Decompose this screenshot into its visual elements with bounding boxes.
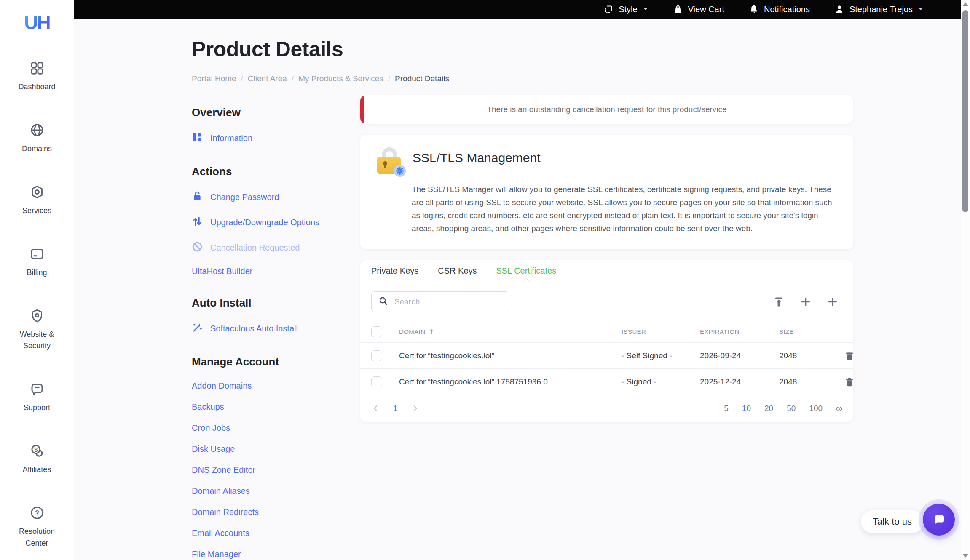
trash-icon <box>844 376 855 387</box>
svg-text:$: $ <box>34 446 38 453</box>
backups-link[interactable]: Backups <box>192 402 356 412</box>
sidebar-item-label: Resolution Center <box>8 526 67 549</box>
scrollbar-thumb[interactable] <box>962 10 968 212</box>
sidebar-item-label: Domains <box>22 143 52 155</box>
main-content: Product Details Portal Home / Client Are… <box>74 19 961 560</box>
information-link[interactable]: Information <box>192 132 356 145</box>
bell-icon <box>749 4 759 14</box>
column-header-size[interactable]: SIZE <box>779 328 842 335</box>
cell-domain: Cert for “testingcookies.lol” <box>399 351 622 360</box>
cell-size: 2048 <box>779 351 842 360</box>
addon-domains-link[interactable]: Addon Domains <box>192 381 356 391</box>
page-size-10[interactable]: 10 <box>742 404 751 413</box>
domain-aliases-link[interactable]: Domain Aliases <box>192 486 356 496</box>
page-size-unlimited[interactable]: ∞ <box>836 403 842 413</box>
email-accounts-link[interactable]: Email Accounts <box>192 528 356 538</box>
change-password-link[interactable]: Change Password <box>192 191 356 204</box>
ssl-tls-card: SSL/TLS Management The SSL/TLS Manager w… <box>360 135 853 249</box>
certificates-table: DOMAIN ISSUER EXPIRATION SIZE Cert for “… <box>360 321 853 422</box>
chat-launcher-button[interactable] <box>923 504 955 536</box>
app-root: UH Dashboard Domains Services <box>0 0 970 560</box>
sidebar-item-resolution-center[interactable]: ? Resolution Center <box>8 505 67 549</box>
breadcrumb-my-products[interactable]: My Products & Services <box>298 74 383 83</box>
domain-redirects-link[interactable]: Domain Redirects <box>192 507 356 517</box>
next-page-button[interactable] <box>410 404 420 413</box>
column-header-expiration[interactable]: EXPIRATION <box>700 328 779 335</box>
cart-icon <box>673 4 683 14</box>
cell-expiration: 2025-12-24 <box>700 377 779 387</box>
page-size-20[interactable]: 20 <box>764 404 773 413</box>
sidebar-item-billing[interactable]: Billing <box>8 246 67 279</box>
dns-zone-editor-link[interactable]: DNS Zone Editor <box>192 465 356 475</box>
sort-ascending-icon <box>428 328 435 336</box>
delete-certificate-button[interactable] <box>842 349 857 363</box>
chat-square-icon <box>29 381 45 398</box>
user-menu[interactable]: Stephanie Trejos <box>834 4 924 14</box>
page-scrollbar[interactable] <box>961 0 970 560</box>
sidebar-item-label: Dashboard <box>18 81 55 93</box>
scrollbar-down-arrow[interactable] <box>962 554 968 558</box>
style-menu[interactable]: Style <box>603 4 648 14</box>
scrollbar-up-arrow[interactable] <box>962 2 968 6</box>
actions-heading: Actions <box>192 165 356 178</box>
lock-icon <box>192 191 203 204</box>
cell-issuer: - Self Signed - <box>622 351 700 360</box>
previous-page-button[interactable] <box>371 404 380 413</box>
table-toolbar <box>772 295 842 309</box>
sidebar-item-services[interactable]: Services <box>8 184 67 217</box>
view-cart-button[interactable]: View Cart <box>673 4 724 14</box>
upgrade-downgrade-link[interactable]: Upgrade/Downgrade Options <box>192 216 356 229</box>
topbar: Style View Cart Notifications Stephanie … <box>74 0 961 19</box>
tab-csr-keys[interactable]: CSR Keys <box>438 260 477 282</box>
sidebar-item-website-security[interactable]: Website & Security <box>8 308 67 352</box>
breadcrumb-client-area[interactable]: Client Area <box>248 74 287 83</box>
sidebar-item-dashboard[interactable]: Dashboard <box>8 61 67 93</box>
add-button-2[interactable] <box>825 295 840 309</box>
page-size-100[interactable]: 100 <box>809 404 823 413</box>
ultahost-builder-link[interactable]: UltaHost Builder <box>192 267 356 276</box>
search-input[interactable] <box>394 297 502 307</box>
ultahost-logo[interactable]: UH <box>24 11 49 34</box>
page-title: Product Details <box>192 37 343 61</box>
row-checkbox[interactable] <box>371 350 382 361</box>
table-row: Cert for “testingcookies.lol” - Self Sig… <box>360 343 853 369</box>
file-manager-link[interactable]: File Manager <box>192 549 356 559</box>
ssl-card-title: SSL/TLS Management <box>413 147 541 165</box>
talk-to-us-label[interactable]: Talk to us <box>861 510 924 533</box>
tab-private-keys[interactable]: Private Keys <box>371 260 418 282</box>
question-circle-icon: ? <box>29 505 45 522</box>
sidebar-item-label: Affiliates <box>23 464 51 476</box>
dashboard-grid-icon <box>29 61 45 77</box>
softaculous-link[interactable]: Softaculous Auto Install <box>192 322 356 335</box>
breadcrumb-portal-home[interactable]: Portal Home <box>192 74 236 83</box>
product-menu: Overview Information Actions Change Pass… <box>192 106 356 560</box>
page-size-options: 5 10 20 50 100 ∞ <box>724 403 842 413</box>
column-header-domain[interactable]: DOMAIN <box>399 328 622 336</box>
tab-ssl-certificates[interactable]: SSL Certificates <box>496 260 557 282</box>
sidebar-item-support[interactable]: Support <box>8 381 67 414</box>
pagination: 1 5 10 20 50 100 ∞ <box>360 395 853 422</box>
upload-button[interactable] <box>772 295 786 309</box>
trash-icon <box>844 350 855 361</box>
delete-certificate-button[interactable] <box>842 375 857 389</box>
view-cart-label: View Cart <box>688 5 724 14</box>
disk-usage-link[interactable]: Disk Usage <box>192 444 356 454</box>
page-number-current[interactable]: 1 <box>393 404 398 413</box>
cron-jobs-link[interactable]: Cron Jobs <box>192 423 356 433</box>
row-checkbox[interactable] <box>371 376 382 387</box>
page-size-50[interactable]: 50 <box>787 404 796 413</box>
page-size-5[interactable]: 5 <box>724 404 729 413</box>
search-icon <box>378 296 389 308</box>
search-field[interactable] <box>371 291 509 312</box>
sidebar-item-domains[interactable]: Domains <box>8 123 67 155</box>
column-header-issuer[interactable]: ISSUER <box>622 328 700 335</box>
notifications-button[interactable]: Notifications <box>749 4 810 14</box>
breadcrumb-current: Product Details <box>395 74 449 83</box>
svg-text:?: ? <box>35 509 39 517</box>
sidebar-item-label: Services <box>22 205 51 217</box>
sidebar-item-affiliates[interactable]: $ Affiliates <box>8 443 67 476</box>
table-row: Cert for “testingcookies.lol” 1758751936… <box>360 369 853 395</box>
user-name: Stephanie Trejos <box>849 5 913 14</box>
add-button-1[interactable] <box>799 295 813 309</box>
select-all-checkbox[interactable] <box>371 326 382 337</box>
